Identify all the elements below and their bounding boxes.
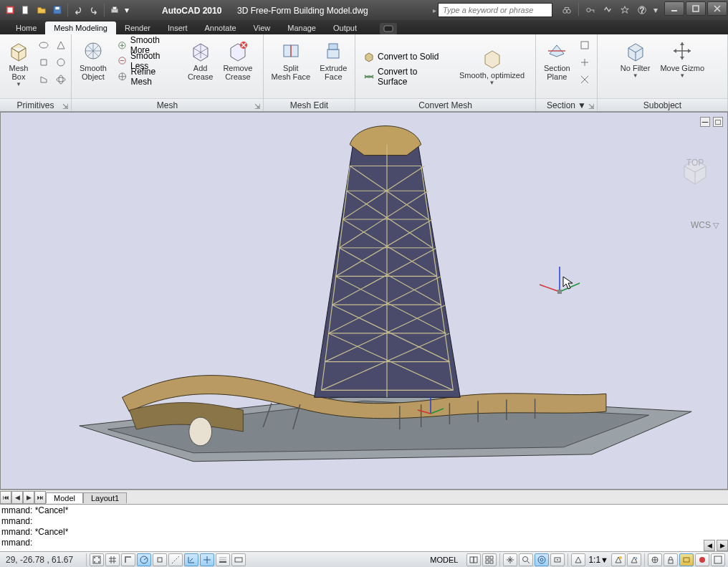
primitive-small-4[interactable] — [53, 54, 69, 70]
app-menu-button[interactable] — [3, 3, 17, 17]
qat-dropdown[interactable]: ▾ — [123, 3, 130, 17]
layout-tab-layout1[interactable]: Layout1 — [83, 492, 127, 503]
toolbar-lock-button[interactable] — [664, 553, 678, 566]
smooth-optimized-button[interactable]: Smooth, optimized ▼ — [456, 44, 528, 88]
tab-insert[interactable]: Insert — [159, 22, 196, 34]
anno-autoscale-button[interactable] — [627, 553, 641, 566]
extrude-face-icon — [322, 39, 345, 62]
section-plane-button[interactable]: Section Plane — [540, 37, 574, 83]
dyn-button[interactable] — [200, 553, 214, 566]
snap-button[interactable] — [90, 553, 104, 566]
otrack-button[interactable] — [168, 553, 183, 566]
layout-tab-model[interactable]: Model — [46, 492, 83, 503]
mesh-box-label: Mesh Box — [8, 64, 29, 81]
lwt-button[interactable] — [216, 553, 230, 566]
tab-annotate[interactable]: Annotate — [196, 22, 245, 34]
help-dropdown[interactable]: ▾ — [652, 3, 659, 17]
convert-surface-icon — [363, 71, 375, 82]
redo-button[interactable] — [87, 3, 101, 17]
no-filter-label: No Filter — [621, 64, 651, 72]
zoom-button[interactable] — [519, 553, 533, 566]
quickview-drawings-button[interactable] — [482, 553, 497, 566]
save-button[interactable] — [50, 3, 64, 17]
no-filter-button[interactable]: No Filter ▼ — [617, 37, 654, 81]
grid-button[interactable] — [105, 553, 120, 566]
svg-point-45 — [98, 557, 100, 558]
section-small-1[interactable] — [577, 37, 593, 53]
binoculars-icon[interactable] — [560, 3, 574, 17]
layout-nav-first[interactable]: ⏮ — [0, 491, 11, 504]
showmotion-button[interactable] — [550, 553, 565, 566]
steering-wheel-button[interactable] — [535, 553, 549, 566]
print-button[interactable] — [107, 3, 122, 17]
viewport[interactable]: ─ □ TOP WCS ▽ — [0, 112, 728, 490]
maximize-button[interactable] — [686, 1, 706, 16]
workspace-button[interactable] — [648, 553, 662, 566]
extrude-face-button[interactable]: Extrude Face — [317, 37, 350, 83]
tab-manage[interactable]: Manage — [279, 22, 325, 34]
qp-button[interactable] — [231, 553, 246, 566]
anno-scale-value[interactable]: 1:1▼ — [587, 555, 610, 565]
undo-button[interactable] — [71, 3, 85, 17]
ortho-button[interactable] — [121, 553, 135, 566]
app-name: AutoCAD 2010 — [162, 6, 221, 16]
tab-home[interactable]: Home — [7, 22, 45, 34]
command-line: mmand: *Cancel* — [1, 505, 727, 516]
hardware-accel-button[interactable] — [679, 553, 694, 566]
key-icon[interactable] — [583, 3, 598, 17]
smooth-object-button[interactable]: Smooth Object — [76, 37, 110, 83]
ducs-button[interactable] — [184, 553, 198, 566]
quickview-layouts-button[interactable] — [466, 553, 481, 566]
new-button[interactable] — [19, 3, 33, 17]
model-space-indicator[interactable]: MODEL — [424, 556, 464, 564]
command-window[interactable]: mmand: *Cancel* mmand: mmand: *Cancel* m… — [0, 504, 728, 551]
vp-maximize-button[interactable]: □ — [713, 117, 723, 127]
primitive-small-2[interactable] — [53, 37, 69, 53]
pan-button[interactable] — [503, 553, 517, 566]
favorite-icon[interactable] — [618, 3, 632, 17]
convert-to-surface-button[interactable]: Convert to Surface — [360, 69, 453, 85]
svg-rect-23 — [327, 49, 339, 58]
add-crease-button[interactable]: Add Crease — [184, 37, 216, 83]
convert-to-solid-button[interactable]: Convert to Solid — [360, 49, 453, 65]
polar-button[interactable] — [137, 553, 151, 566]
search-input[interactable] — [438, 3, 552, 17]
layout-nav-last[interactable]: ⏭ — [34, 491, 46, 504]
svg-rect-51 — [470, 557, 474, 563]
layout-nav-next[interactable]: ▶ — [23, 491, 34, 504]
mesh-box-button[interactable]: Mesh Box ▼ — [4, 37, 33, 90]
open-button[interactable] — [34, 3, 49, 17]
scroll-left-button[interactable]: ◀ — [704, 540, 715, 551]
search-chevron-icon[interactable]: ▸ — [433, 6, 436, 14]
object-isolation-button[interactable] — [695, 553, 709, 566]
help-icon[interactable]: ? — [635, 3, 649, 17]
refine-mesh-button[interactable]: Refine Mesh — [113, 69, 181, 85]
tab-view[interactable]: View — [245, 22, 279, 34]
primitive-small-3[interactable] — [36, 54, 52, 70]
anno-visibility-button[interactable] — [611, 553, 626, 566]
coordinates-readout[interactable]: 29, -26.78 , 61.67 — [0, 555, 86, 565]
section-small-2[interactable] — [577, 54, 593, 70]
close-button[interactable] — [707, 1, 727, 16]
tab-output[interactable]: Output — [325, 22, 365, 34]
move-gizmo-button[interactable]: Move Gizmo ▼ — [656, 37, 708, 81]
minimize-button[interactable] — [664, 1, 684, 16]
subscription-icon[interactable] — [600, 3, 615, 17]
section-small-3[interactable] — [577, 72, 593, 87]
layout-nav-prev[interactable]: ◀ — [11, 491, 23, 504]
ucs-icon[interactable] — [538, 263, 581, 306]
remove-crease-button[interactable]: Remove Crease — [219, 37, 256, 83]
tab-extra-button[interactable] — [380, 23, 397, 34]
anno-scale-icon[interactable] — [571, 553, 585, 566]
scroll-right-button[interactable]: ▶ — [717, 540, 728, 551]
osnap-button[interactable] — [153, 553, 167, 566]
primitive-small-5[interactable] — [36, 72, 52, 87]
primitive-small-1[interactable] — [36, 37, 52, 53]
clean-screen-button[interactable] — [711, 553, 725, 566]
primitive-small-6[interactable] — [53, 72, 69, 87]
svg-text:?: ? — [640, 6, 644, 14]
tab-render[interactable]: Render — [116, 22, 159, 34]
tab-mesh-modeling[interactable]: Mesh Modeling — [45, 22, 116, 34]
split-mesh-face-button[interactable]: Split Mesh Face — [268, 37, 314, 83]
ribbon: Mesh Box ▼ Primitives⇲ Smooth Object Smo… — [0, 34, 728, 112]
